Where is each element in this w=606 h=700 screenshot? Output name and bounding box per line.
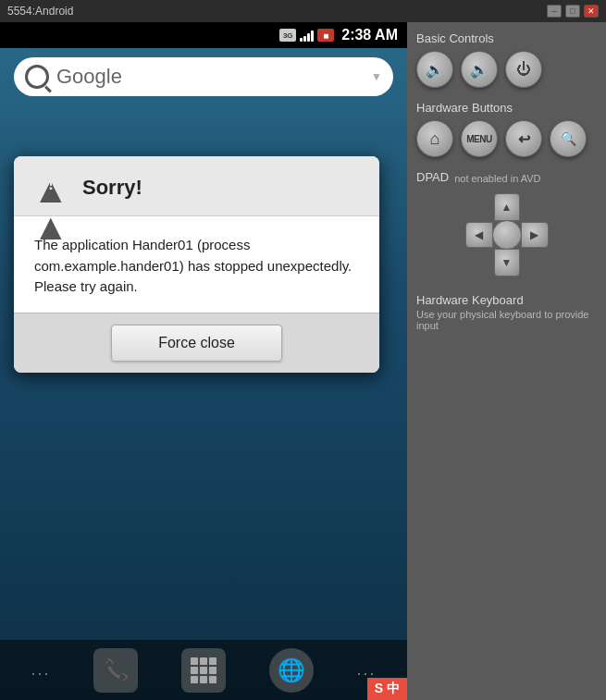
hardware-buttons-label: Hardware Buttons [416, 101, 597, 115]
status-icons: 3G ■ [279, 29, 334, 42]
search-bar[interactable]: Google ▼ [14, 57, 393, 96]
android-dock: ... 📞 🌐 ... [0, 640, 407, 700]
warning-icon: ▲ ! [32, 171, 69, 204]
dpad-down-icon: ▼ [501, 256, 513, 269]
dock-left-dots: ... [31, 660, 50, 680]
search-hw-icon: 🔍 [561, 131, 576, 146]
dpad-center-button[interactable] [492, 220, 522, 250]
menu-button[interactable]: MENU [461, 120, 498, 157]
dpad-label: DPAD [416, 170, 449, 184]
dpad: ▲ ◀ ▶ ▼ [465, 193, 549, 276]
dpad-sub-label: not enabled in AVD [454, 173, 540, 184]
home-icon: ⌂ [430, 129, 440, 149]
dot1 [191, 657, 198, 665]
hardware-buttons-section: Hardware Buttons ⌂ MENU ↩ 🔍 [416, 101, 597, 157]
dot3 [209, 657, 216, 665]
dpad-container: ▲ ◀ ▶ ▼ [416, 193, 597, 276]
dot9 [209, 676, 216, 683]
grid-icon [191, 657, 216, 683]
dpad-up-button[interactable]: ▲ [494, 193, 520, 221]
notification-icon: ■ [317, 29, 334, 42]
dock-phone-icon[interactable]: 📞 [93, 648, 138, 693]
dot8 [200, 676, 207, 683]
basic-controls-section: Basic Controls 🔈 🔉 ⏻ [416, 31, 597, 88]
dock-grid-icon[interactable] [181, 648, 226, 693]
search-hw-button[interactable]: 🔍 [550, 120, 587, 157]
signal-bars [300, 29, 314, 42]
keyboard-label: Hardware Keyboard [416, 293, 597, 307]
close-button[interactable]: ✕ [584, 5, 599, 18]
dot7 [191, 676, 198, 683]
dpad-section: DPAD not enabled in AVD ▲ ◀ ▶ ▼ [416, 170, 597, 276]
title-bar: 5554:Android – □ ✕ [0, 0, 606, 22]
window-controls: – □ ✕ [547, 5, 599, 18]
dot6 [209, 667, 216, 674]
error-dialog: ▲ ! Sorry! The application Hander01 (pro… [14, 156, 379, 373]
home-button[interactable]: ⌂ [416, 120, 453, 157]
dialog-title: Sorry! [82, 176, 142, 200]
bar3 [307, 33, 310, 42]
google-text: Google [56, 65, 122, 89]
hardware-button-group: ⌂ MENU ↩ 🔍 [416, 120, 597, 157]
status-time: 2:38 AM [341, 27, 398, 43]
bar4 [311, 31, 314, 42]
basic-control-buttons: 🔈 🔉 ⏻ [416, 51, 597, 88]
dock-globe-icon[interactable]: 🌐 [269, 648, 314, 693]
dialog-message: The application Hander01 (process com.ex… [34, 235, 359, 298]
window-title: 5554:Android [7, 5, 547, 18]
bar2 [303, 36, 306, 42]
dock-right-dots: ... [357, 660, 377, 680]
back-icon: ↩ [518, 130, 530, 148]
keyboard-sub-label: Use your physical keyboard to provide in… [416, 309, 597, 331]
dialog-header: ▲ ! Sorry! [14, 156, 379, 216]
power-icon: ⏻ [516, 61, 531, 78]
exclamation-mark: ! [48, 175, 54, 194]
right-panel: Basic Controls 🔈 🔉 ⏻ Hardware Buttons ⌂ [407, 22, 606, 700]
minimize-button[interactable]: – [547, 5, 562, 18]
dpad-header: DPAD not enabled in AVD [416, 170, 597, 190]
search-arrow: ▼ [371, 70, 382, 83]
dot4 [191, 667, 198, 674]
main-layout: 3G ■ 2:38 AM Google ▼ Hander01 [0, 22, 606, 700]
keyboard-section: Hardware Keyboard Use your physical keyb… [416, 293, 597, 331]
watermark: S 中 [367, 678, 407, 700]
dpad-up-icon: ▲ [501, 201, 513, 214]
dpad-right-icon: ▶ [530, 228, 538, 241]
force-close-button[interactable]: Force close [111, 325, 282, 362]
search-icon [25, 65, 49, 89]
dpad-right-button[interactable]: ▶ [521, 222, 549, 248]
menu-icon: MENU [466, 134, 491, 144]
bar1 [300, 38, 303, 42]
volume-up-button[interactable]: 🔉 [461, 51, 498, 88]
android-status-bar: 3G ■ 2:38 AM [0, 22, 407, 48]
dpad-left-icon: ◀ [475, 228, 483, 241]
dialog-footer: Force close [14, 313, 379, 373]
basic-controls-label: Basic Controls [416, 31, 597, 45]
dot2 [200, 657, 207, 665]
back-button[interactable]: ↩ [505, 120, 542, 157]
power-button[interactable]: ⏻ [505, 51, 542, 88]
dpad-left-button[interactable]: ◀ [465, 222, 493, 248]
dot5 [200, 667, 207, 674]
volume-down-button[interactable]: 🔈 [416, 51, 453, 88]
volume-up-icon: 🔉 [470, 61, 489, 79]
maximize-button[interactable]: □ [565, 5, 580, 18]
network-label: 3G [279, 29, 296, 42]
dpad-down-button[interactable]: ▼ [494, 249, 520, 276]
android-screen: 3G ■ 2:38 AM Google ▼ Hander01 [0, 22, 407, 700]
volume-down-icon: 🔈 [426, 61, 444, 79]
